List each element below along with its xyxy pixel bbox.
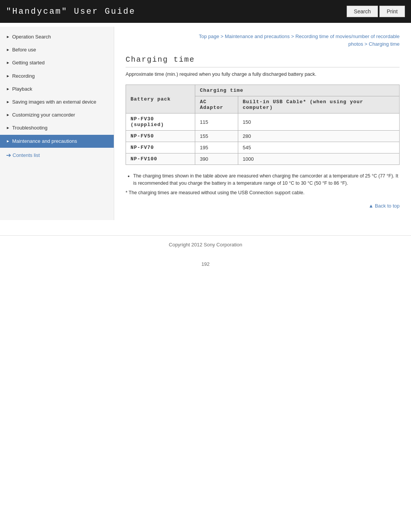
ac-time: 390 <box>195 153 238 165</box>
header-buttons: Search Print <box>347 6 405 17</box>
sidebar-item-label: Maintenance and precautions <box>12 138 77 145</box>
print-button[interactable]: Print <box>379 6 405 17</box>
notes-section: The charging times shown in the table ab… <box>126 173 400 195</box>
search-button[interactable]: Search <box>347 6 378 17</box>
footer: Copyright 2012 Sony Corporation <box>0 235 411 254</box>
arrow-icon: ► <box>6 34 10 40</box>
battery-name: NP-FV30 (supplied) <box>126 113 195 131</box>
breadcrumb-charging-time[interactable]: Charging time <box>369 41 400 47</box>
table-header-charging-time: Charging time <box>195 85 400 96</box>
sidebar-item-maintenance[interactable]: ► Maintenance and precautions <box>0 135 114 148</box>
sidebar-item-saving-images[interactable]: ► Saving images with an external device <box>0 96 114 109</box>
main-layout: ► Operation Search ► Before use ► Gettin… <box>0 27 411 220</box>
battery-name: NP-FV50 <box>126 131 195 142</box>
usb-time: 280 <box>238 131 399 142</box>
contents-list-link-wrap: ➔ Contents list <box>0 148 114 163</box>
app-title: "Handycam" User Guide <box>6 7 135 16</box>
sidebar-item-playback[interactable]: ► Playback <box>0 83 114 96</box>
table-subheader-usb: Built-in USB Cable* (when using your com… <box>238 96 399 113</box>
table-row: NP-FV70 195 545 <box>126 142 400 153</box>
sidebar-item-label: Troubleshooting <box>12 125 48 131</box>
arrow-icon: ► <box>6 86 10 92</box>
arrow-icon: ► <box>6 112 10 118</box>
header: "Handycam" User Guide Search Print <box>0 0 411 23</box>
sidebar-item-label: Before use <box>12 46 36 53</box>
usb-time: 545 <box>238 142 399 153</box>
content-area: Top page > Maintenance and precautions >… <box>114 27 411 220</box>
sidebar-item-customizing[interactable]: ► Customizing your camcorder <box>0 109 114 121</box>
contents-list-link[interactable]: Contents list <box>13 152 40 158</box>
ac-time: 195 <box>195 142 238 153</box>
intro-text: Approximate time (min.) required when yo… <box>126 71 400 77</box>
battery-name: NP-FV100 <box>126 153 195 165</box>
sidebar-item-troubleshooting[interactable]: ► Troubleshooting <box>0 121 114 134</box>
back-to-top-link[interactable]: ▲ Back to top <box>368 203 400 209</box>
page-title: Charging time <box>126 55 400 67</box>
copyright-text: Copyright 2012 Sony Corporation <box>169 242 242 248</box>
breadcrumb-maintenance[interactable]: Maintenance and precautions <box>225 34 290 39</box>
sidebar: ► Operation Search ► Before use ► Gettin… <box>0 27 114 220</box>
usb-time: 150 <box>238 113 399 131</box>
arrow-icon: ► <box>6 99 10 105</box>
footnote-text: * The charging times are measured withou… <box>126 190 400 195</box>
arrow-icon: ► <box>6 47 10 53</box>
sidebar-item-label: Recording <box>12 73 35 80</box>
table-subheader-ac: AC Adaptor <box>195 96 238 113</box>
sidebar-item-before-use[interactable]: ► Before use <box>0 43 114 56</box>
sidebar-item-label: Saving images with an external device <box>12 99 96 105</box>
breadcrumb-top-page[interactable]: Top page <box>199 34 219 39</box>
breadcrumb: Top page > Maintenance and precautions >… <box>126 33 400 48</box>
table-header-battery: Battery pack <box>126 85 195 113</box>
sidebar-item-label: Customizing your camcorder <box>12 112 75 118</box>
sidebar-item-label: Operation Search <box>12 34 51 40</box>
sidebar-item-label: Getting started <box>12 59 45 66</box>
battery-name: NP-FV70 <box>126 142 195 153</box>
back-to-top: ▲ Back to top <box>126 203 400 209</box>
note-item: The charging times shown in the table ab… <box>133 173 400 187</box>
sidebar-item-label: Playback <box>12 86 32 93</box>
arrow-icon: ► <box>6 60 10 66</box>
table-row: NP-FV30 (supplied) 115 150 <box>126 113 400 131</box>
usb-time: 1000 <box>238 153 399 165</box>
arrow-icon: ► <box>6 139 10 144</box>
contents-arrow-icon: ➔ <box>6 152 11 159</box>
ac-time: 115 <box>195 113 238 131</box>
charging-table: Battery pack Charging time AC Adaptor Bu… <box>126 85 400 165</box>
ac-time: 155 <box>195 131 238 142</box>
page-number: 192 <box>0 261 411 267</box>
arrow-icon: ► <box>6 73 10 79</box>
arrow-icon: ► <box>6 125 10 131</box>
sidebar-item-getting-started[interactable]: ► Getting started <box>0 56 114 69</box>
sidebar-item-operation-search[interactable]: ► Operation Search <box>0 30 114 43</box>
sidebar-item-recording[interactable]: ► Recording <box>0 70 114 83</box>
table-row: NP-FV50 155 280 <box>126 131 400 142</box>
table-row: NP-FV100 390 1000 <box>126 153 400 165</box>
